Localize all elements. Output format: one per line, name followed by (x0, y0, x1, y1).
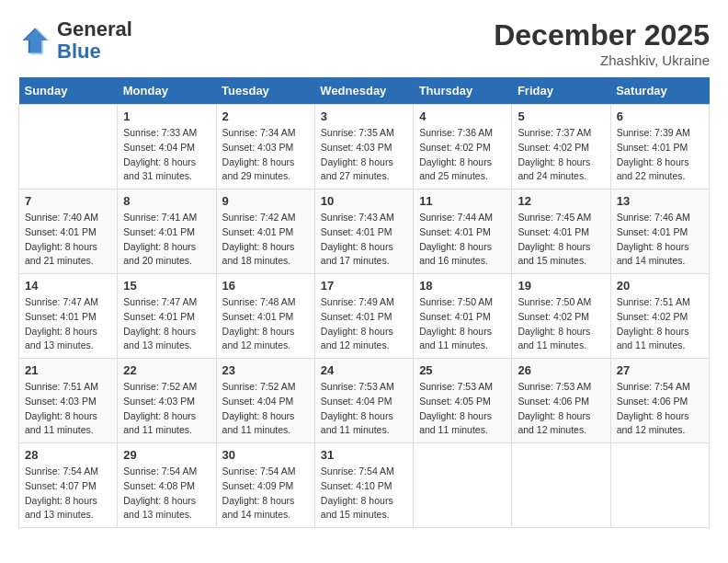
day-info: Sunrise: 7:47 AM Sunset: 4:01 PM Dayligh… (25, 295, 111, 353)
day-info: Sunrise: 7:46 AM Sunset: 4:01 PM Dayligh… (617, 211, 703, 269)
day-info: Sunrise: 7:49 AM Sunset: 4:01 PM Dayligh… (321, 295, 407, 353)
cell-w4-d1: 22 Sunrise: 7:52 AM Sunset: 4:03 PM Dayl… (118, 359, 216, 443)
cell-w4-d5: 26 Sunrise: 7:53 AM Sunset: 4:06 PM Dayl… (512, 359, 610, 443)
day-info: Sunrise: 7:52 AM Sunset: 4:04 PM Dayligh… (222, 380, 309, 438)
svg-marker-1 (24, 29, 49, 55)
cell-w5-d2: 30 Sunrise: 7:54 AM Sunset: 4:09 PM Dayl… (216, 443, 314, 528)
header-row: Sunday Monday Tuesday Wednesday Thursday… (19, 77, 710, 105)
cell-w5-d5 (512, 443, 610, 528)
day-info: Sunrise: 7:51 AM Sunset: 4:02 PM Dayligh… (617, 295, 703, 353)
cell-w4-d4: 25 Sunrise: 7:53 AM Sunset: 4:05 PM Dayl… (414, 359, 512, 443)
col-wednesday: Wednesday (314, 77, 413, 105)
day-info: Sunrise: 7:43 AM Sunset: 4:01 PM Dayligh… (321, 211, 407, 269)
day-info: Sunrise: 7:48 AM Sunset: 4:01 PM Dayligh… (222, 295, 309, 353)
cell-w3-d4: 18 Sunrise: 7:50 AM Sunset: 4:01 PM Dayl… (414, 274, 512, 359)
day-number: 30 (222, 448, 309, 462)
cell-w5-d0: 28 Sunrise: 7:54 AM Sunset: 4:07 PM Dayl… (19, 443, 118, 528)
day-number: 1 (123, 109, 210, 123)
cell-w1-d5: 5 Sunrise: 7:37 AM Sunset: 4:02 PM Dayli… (512, 105, 610, 190)
col-thursday: Thursday (414, 77, 512, 105)
day-number: 11 (419, 194, 506, 208)
day-number: 22 (123, 363, 210, 377)
week-row-2: 7 Sunrise: 7:40 AM Sunset: 4:01 PM Dayli… (19, 190, 710, 274)
col-friday: Friday (512, 77, 610, 105)
day-number: 28 (25, 448, 111, 462)
day-info: Sunrise: 7:54 AM Sunset: 4:07 PM Dayligh… (25, 465, 111, 523)
cell-w3-d5: 19 Sunrise: 7:50 AM Sunset: 4:02 PM Dayl… (512, 274, 610, 359)
col-sunday: Sunday (19, 77, 118, 105)
page-header: General Blue December 2025 Zhashkiv, Ukr… (18, 18, 710, 68)
day-info: Sunrise: 7:39 AM Sunset: 4:01 PM Dayligh… (617, 126, 703, 184)
day-number: 13 (617, 194, 703, 208)
day-number: 8 (123, 194, 210, 208)
day-number: 24 (321, 363, 407, 377)
day-info: Sunrise: 7:50 AM Sunset: 4:02 PM Dayligh… (518, 295, 604, 353)
cell-w1-d3: 3 Sunrise: 7:35 AM Sunset: 4:03 PM Dayli… (314, 105, 413, 190)
day-info: Sunrise: 7:41 AM Sunset: 4:01 PM Dayligh… (123, 211, 210, 269)
cell-w2-d1: 8 Sunrise: 7:41 AM Sunset: 4:01 PM Dayli… (118, 190, 216, 274)
cell-w3-d1: 15 Sunrise: 7:47 AM Sunset: 4:01 PM Dayl… (118, 274, 216, 359)
day-number: 23 (222, 363, 309, 377)
logo-blue: Blue (57, 40, 101, 63)
day-info: Sunrise: 7:53 AM Sunset: 4:04 PM Dayligh… (321, 380, 407, 438)
cell-w5-d6 (610, 443, 709, 528)
day-number: 18 (419, 279, 506, 293)
day-number: 9 (222, 194, 309, 208)
day-number: 17 (321, 279, 407, 293)
day-number: 26 (518, 363, 604, 377)
week-row-5: 28 Sunrise: 7:54 AM Sunset: 4:07 PM Dayl… (19, 443, 710, 528)
day-info: Sunrise: 7:54 AM Sunset: 4:10 PM Dayligh… (321, 465, 407, 523)
col-saturday: Saturday (610, 77, 709, 105)
cell-w2-d2: 9 Sunrise: 7:42 AM Sunset: 4:01 PM Dayli… (216, 190, 314, 274)
day-number: 29 (123, 448, 210, 462)
day-number: 20 (617, 279, 703, 293)
cell-w2-d0: 7 Sunrise: 7:40 AM Sunset: 4:01 PM Dayli… (19, 190, 118, 274)
cell-w3-d3: 17 Sunrise: 7:49 AM Sunset: 4:01 PM Dayl… (314, 274, 413, 359)
cell-w1-d2: 2 Sunrise: 7:34 AM Sunset: 4:03 PM Dayli… (216, 105, 314, 190)
day-number: 4 (419, 109, 506, 123)
day-info: Sunrise: 7:50 AM Sunset: 4:01 PM Dayligh… (419, 295, 506, 353)
day-number: 7 (25, 194, 111, 208)
day-info: Sunrise: 7:53 AM Sunset: 4:05 PM Dayligh… (419, 380, 506, 438)
cell-w4-d0: 21 Sunrise: 7:51 AM Sunset: 4:03 PM Dayl… (19, 359, 118, 443)
day-info: Sunrise: 7:54 AM Sunset: 4:08 PM Dayligh… (123, 465, 210, 523)
day-info: Sunrise: 7:34 AM Sunset: 4:03 PM Dayligh… (222, 126, 309, 184)
month-title: December 2025 (494, 18, 710, 52)
cell-w5-d3: 31 Sunrise: 7:54 AM Sunset: 4:10 PM Dayl… (314, 443, 413, 528)
logo: General Blue (18, 18, 132, 63)
week-row-4: 21 Sunrise: 7:51 AM Sunset: 4:03 PM Dayl… (19, 359, 710, 443)
day-number: 19 (518, 279, 604, 293)
day-info: Sunrise: 7:44 AM Sunset: 4:01 PM Dayligh… (419, 211, 506, 269)
cell-w5-d1: 29 Sunrise: 7:54 AM Sunset: 4:08 PM Dayl… (118, 443, 216, 528)
day-number: 2 (222, 109, 309, 123)
day-number: 10 (321, 194, 407, 208)
cell-w4-d6: 27 Sunrise: 7:54 AM Sunset: 4:06 PM Dayl… (610, 359, 709, 443)
day-number: 3 (321, 109, 407, 123)
day-number: 27 (617, 363, 703, 377)
cell-w1-d6: 6 Sunrise: 7:39 AM Sunset: 4:01 PM Dayli… (610, 105, 709, 190)
day-info: Sunrise: 7:54 AM Sunset: 4:09 PM Dayligh… (222, 465, 309, 523)
cell-w3-d2: 16 Sunrise: 7:48 AM Sunset: 4:01 PM Dayl… (216, 274, 314, 359)
day-number: 16 (222, 279, 309, 293)
day-info: Sunrise: 7:45 AM Sunset: 4:01 PM Dayligh… (518, 211, 604, 269)
col-tuesday: Tuesday (216, 77, 314, 105)
cell-w4-d2: 23 Sunrise: 7:52 AM Sunset: 4:04 PM Dayl… (216, 359, 314, 443)
calendar-body: 1 Sunrise: 7:33 AM Sunset: 4:04 PM Dayli… (19, 105, 710, 528)
calendar-table: Sunday Monday Tuesday Wednesday Thursday… (18, 77, 710, 528)
day-info: Sunrise: 7:52 AM Sunset: 4:03 PM Dayligh… (123, 380, 210, 438)
day-info: Sunrise: 7:36 AM Sunset: 4:02 PM Dayligh… (419, 126, 506, 184)
day-info: Sunrise: 7:47 AM Sunset: 4:01 PM Dayligh… (123, 295, 210, 353)
week-row-1: 1 Sunrise: 7:33 AM Sunset: 4:04 PM Dayli… (19, 105, 710, 190)
cell-w1-d1: 1 Sunrise: 7:33 AM Sunset: 4:04 PM Dayli… (118, 105, 216, 190)
day-number: 5 (518, 109, 604, 123)
cell-w2-d4: 11 Sunrise: 7:44 AM Sunset: 4:01 PM Dayl… (414, 190, 512, 274)
day-info: Sunrise: 7:40 AM Sunset: 4:01 PM Dayligh… (25, 211, 111, 269)
cell-w1-d0 (19, 105, 118, 190)
week-row-3: 14 Sunrise: 7:47 AM Sunset: 4:01 PM Dayl… (19, 274, 710, 359)
day-info: Sunrise: 7:33 AM Sunset: 4:04 PM Dayligh… (123, 126, 210, 184)
day-number: 31 (321, 448, 407, 462)
cell-w3-d0: 14 Sunrise: 7:47 AM Sunset: 4:01 PM Dayl… (19, 274, 118, 359)
day-number: 12 (518, 194, 604, 208)
day-number: 15 (123, 279, 210, 293)
day-number: 14 (25, 279, 111, 293)
